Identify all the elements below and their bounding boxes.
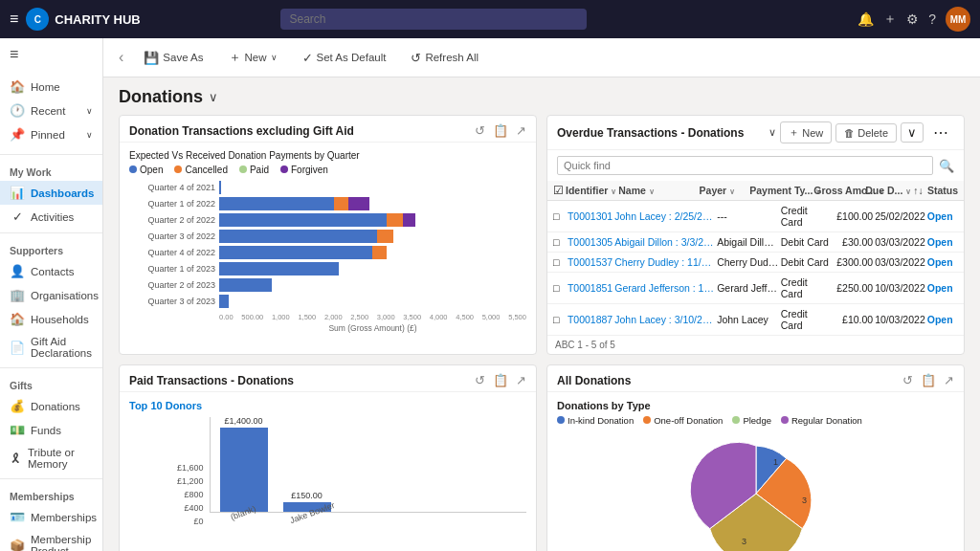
col-header-gross[interactable]: Gross Amo... ∨ (813, 185, 863, 196)
col-checkbox[interactable]: ☑ (553, 184, 564, 197)
chart-expand-icon[interactable]: ↗ (516, 123, 526, 138)
refresh-button[interactable]: ↺ Refresh All (402, 46, 487, 70)
table-row[interactable]: □ T0001305 Abigail Dillon : 3/3/2022 Abi… (547, 232, 964, 253)
table-row[interactable]: □ T0001537 Cherry Dudley : 11/18/2021 Ch… (547, 253, 964, 273)
row-gross-1: £30.00 (833, 236, 873, 248)
sidebar-item-home[interactable]: 🏠 Home (0, 75, 102, 99)
sidebar-item-memberships[interactable]: 🪪 Memberships (0, 505, 102, 529)
sidebar-item-donations[interactable]: 💰 Donations (0, 394, 102, 418)
overdue-delete-button[interactable]: 🗑 Delete (835, 123, 897, 143)
chart-subtitle: Expected Vs Received Donation Payments b… (129, 150, 526, 161)
col-header-identifier[interactable]: Identifier ∨ (566, 185, 616, 196)
my-work-label: My Work (0, 159, 102, 181)
sidebar-item-recent[interactable]: 🕐 Recent ∨ (0, 99, 102, 122)
row-gross-4: £10.00 (833, 314, 873, 325)
row-gross-2: £300.00 (833, 256, 873, 268)
plus-icon[interactable]: ＋ (883, 11, 897, 28)
back-button[interactable]: ‹ (119, 49, 123, 66)
paid-save-icon[interactable]: 📋 (493, 373, 508, 387)
col-header-name[interactable]: Name ∨ (618, 185, 697, 196)
membership-icon: 🪪 (10, 510, 25, 524)
row-name-3[interactable]: Gerard Jefferson : 10/03/2022 (614, 282, 715, 294)
product-icon: 📦 (10, 539, 25, 552)
page-title-arrow[interactable]: ∨ (209, 90, 218, 104)
search-input[interactable] (280, 9, 587, 30)
set-default-label: Set As Default (317, 52, 387, 63)
table-row[interactable]: □ T0001301 John Lacey : 2/25/2022 --- Cr… (547, 201, 964, 232)
paid-transactions-header: Paid Transactions - Donations ↺ 📋 ↗ (120, 365, 536, 392)
table-header-row: ☑ Identifier ∨ Name ∨ Payer ∨ Payment Ty… (547, 181, 964, 201)
topbar: ≡ C CHARITY HUB 🔔 ＋ ⚙ ? MM (0, 0, 980, 38)
row-check[interactable]: □ (553, 236, 566, 248)
sidebar-item-activities[interactable]: ✓ Activities (0, 205, 102, 229)
search-icon[interactable]: 🔍 (939, 159, 954, 173)
col-header-sort[interactable]: ↑↓ (913, 185, 925, 196)
row-name-0[interactable]: John Lacey : 2/25/2022 (614, 210, 715, 222)
recent-arrow: ∨ (86, 106, 93, 116)
overdue-arrow[interactable]: ∨ (768, 126, 776, 139)
row-name-2[interactable]: Cherry Dudley : 11/18/2021 (614, 256, 715, 268)
sidebar-memberships-label: Memberships (31, 512, 97, 523)
all-expand-icon[interactable]: ↗ (944, 373, 954, 387)
sidebar-item-dashboards[interactable]: 📊 Dashboards (0, 181, 102, 205)
new-button[interactable]: ＋ New ∨ (220, 44, 286, 71)
chart-save-icon[interactable]: 📋 (493, 123, 508, 138)
paid-refresh-icon[interactable]: ↺ (475, 373, 485, 387)
col-header-status[interactable]: Status (927, 185, 958, 196)
overdue-header: Overdue Transactions - Donations ∨ ＋ New… (547, 116, 964, 150)
hamburger-icon[interactable]: ≡ (0, 38, 102, 71)
all-save-icon[interactable]: 📋 (921, 373, 936, 387)
sidebar-item-tribute[interactable]: 🎗 Tribute or Memory (0, 442, 102, 474)
dashboard-icon: 📊 (10, 186, 25, 200)
sidebar-item-contacts[interactable]: 👤 Contacts (0, 259, 102, 283)
col-header-due[interactable]: Due D... ∨ (865, 185, 911, 196)
page-header: Donations ∨ (103, 77, 980, 115)
chart-refresh-icon[interactable]: ↺ (475, 123, 485, 138)
avatar[interactable]: MM (946, 7, 970, 32)
x-axis: 0.00500.001,0001,5002,0002,5003,0003,500… (219, 311, 526, 321)
row-paytype-4: Credit Card (781, 308, 831, 331)
quick-find-input[interactable] (557, 156, 933, 175)
donations-by-type-label: Donations by Type (557, 400, 954, 411)
all-refresh-icon[interactable]: ↺ (902, 373, 913, 387)
sidebar-org-label: Organisations (31, 290, 99, 301)
top-donors-title: Top 10 Donors (129, 400, 526, 411)
row-check[interactable]: □ (553, 256, 566, 268)
overdue-new-button[interactable]: ＋ New (780, 121, 832, 143)
sidebar-item-membership-product[interactable]: 📦 Membership Product (0, 529, 102, 551)
col-header-paytype[interactable]: Payment Ty... ∨ (749, 185, 812, 196)
donation-chart-header: Donation Transactions excluding Gift Aid… (120, 116, 536, 143)
row-name-1[interactable]: Abigail Dillon : 3/3/2022 (614, 236, 715, 248)
sidebar-item-households[interactable]: 🏠 Households (0, 307, 102, 331)
table-row[interactable]: □ T0001887 John Lacey : 3/10/2022 John L… (547, 304, 964, 336)
set-default-button[interactable]: ✓ Set As Default (294, 46, 395, 70)
save-as-button[interactable]: 💾 Save As (135, 46, 212, 70)
row-payer-4: John Lacey (717, 314, 779, 325)
help-icon[interactable]: ? (928, 11, 936, 27)
paid-expand-icon[interactable]: ↗ (516, 373, 526, 387)
row-check[interactable]: □ (553, 282, 566, 294)
settings-icon[interactable]: ⚙ (906, 11, 919, 27)
bar-label-4: Quarter 4 of 2022 (129, 248, 215, 257)
donations-icon: 💰 (10, 399, 25, 413)
row-check[interactable]: □ (553, 314, 566, 325)
sidebar-item-pinned[interactable]: 📌 Pinned ∨ (0, 122, 102, 146)
row-status-4: Open (927, 314, 958, 325)
row-name-4[interactable]: John Lacey : 3/10/2022 (614, 314, 715, 325)
bell-icon[interactable]: 🔔 (858, 11, 874, 27)
col-header-payer[interactable]: Payer ∨ (700, 185, 748, 196)
row-check[interactable]: □ (553, 210, 566, 222)
donation-transactions-card: Donation Transactions excluding Gift Aid… (119, 115, 537, 355)
dashboard-grid: Donation Transactions excluding Gift Aid… (103, 115, 980, 551)
logo-circle: C (26, 8, 49, 31)
sidebar-giftaid-label: Gift Aid Declarations (31, 336, 93, 359)
sidebar-item-funds[interactable]: 💵 Funds (0, 418, 102, 442)
overdue-new-icon: ＋ (789, 125, 799, 140)
sidebar-item-gift-aid[interactable]: 📄 Gift Aid Declarations (0, 331, 102, 364)
menu-icon[interactable]: ≡ (10, 11, 18, 28)
table-row[interactable]: □ T0001851 Gerard Jefferson : 10/03/2022… (547, 273, 964, 304)
sidebar-item-organisations[interactable]: 🏢 Organisations (0, 283, 102, 307)
row-paytype-3: Credit Card (781, 276, 831, 299)
overdue-options-icon[interactable]: ⋯ (927, 121, 954, 143)
overdue-more-icon[interactable]: ∨ (901, 122, 924, 143)
